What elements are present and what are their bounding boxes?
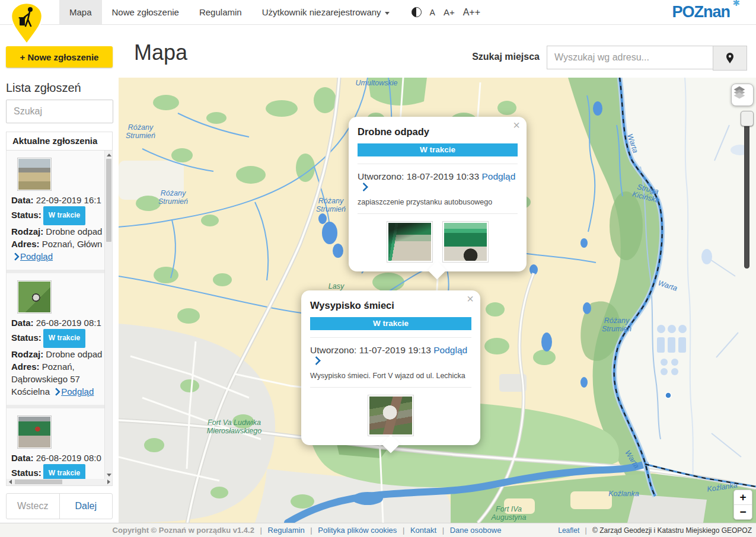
close-icon[interactable]: × (467, 293, 474, 305)
page-title: Mapa (134, 40, 187, 65)
top-navigation: Mapa Nowe zgłoszenie Regulamin Użytkowni… (0, 0, 756, 25)
font-size-large-button[interactable]: A+ (444, 7, 455, 17)
reports-list: Data: 22-09-2019 16:1 Status:W trakcie R… (6, 151, 113, 479)
popup-status-bar: W trakcie (358, 143, 518, 156)
leaflet-attribution-link[interactable]: Leaflet (558, 526, 579, 535)
close-icon[interactable]: × (513, 119, 520, 131)
footer-link-kontakt[interactable]: Kontakt (410, 526, 436, 535)
report-preview-link[interactable]: Podgląd (20, 251, 53, 261)
nav-item-user-menu[interactable]: Użytkownik niezarejestrowany (252, 0, 400, 24)
field-label-date: Data: (11, 453, 34, 463)
chevron-down-icon (385, 12, 390, 15)
chevron-right-icon (52, 388, 60, 396)
report-address: Poznań, Główn (42, 239, 102, 249)
font-size-xlarge-button[interactable]: A++ (463, 7, 480, 18)
scroll-left-arrow-icon[interactable] (7, 479, 14, 485)
report-thumbnail (17, 280, 52, 314)
pagination-back-button[interactable]: Wstecz (7, 494, 60, 519)
contrast-toggle-icon[interactable] (412, 7, 422, 17)
scroll-right-arrow-icon[interactable] (105, 479, 112, 485)
footer-link-dane-osobowe[interactable]: Dane osobowe (450, 526, 502, 535)
popup-status-bar: W trakcie (310, 317, 471, 330)
zoom-slider-track[interactable] (744, 116, 749, 268)
layers-control-button[interactable] (731, 84, 754, 106)
popup-photo[interactable] (387, 221, 433, 263)
footer-link-cookies[interactable]: Polityka plików cookies (318, 526, 397, 535)
report-list-item[interactable]: Data: 26-08-2019 08:0 Status:W trakcie R… (7, 408, 104, 479)
nav-item-nowe-zgloszenie[interactable]: Nowe zgłoszenie (102, 0, 189, 24)
poznan-logo-text: POZnan (672, 3, 730, 21)
field-label-status: Status: (11, 468, 42, 478)
separator: | (260, 526, 262, 535)
status-badge: W trakcie (43, 464, 85, 479)
scroll-up-arrow-icon[interactable] (106, 151, 112, 158)
report-preview-link[interactable]: Podgląd (61, 386, 94, 397)
separator: | (403, 526, 404, 535)
field-label-date: Data: (11, 195, 34, 205)
report-thumbnail (17, 415, 52, 449)
status-badge: W trakcie (43, 206, 85, 225)
created-label: Utworzono: (358, 171, 404, 181)
reports-panel-title: Aktualne zgłoszenia (6, 132, 113, 151)
horizontal-scrollbar[interactable] (6, 479, 113, 486)
popup-photo[interactable] (368, 395, 414, 436)
field-label-date: Data: (11, 318, 34, 328)
horizontal-scroll-thumb[interactable] (15, 480, 62, 484)
separator: | (310, 526, 312, 535)
field-label-address: Adres: (11, 362, 40, 372)
popup-photo[interactable] (442, 221, 489, 263)
zoom-slider-thumb[interactable] (741, 111, 754, 126)
zoom-out-button[interactable]: − (734, 505, 752, 519)
report-date: 26-08-2019 08:1 (36, 318, 101, 328)
pagination-next-button[interactable]: Dalej (60, 494, 113, 519)
nav-item-regulamin[interactable]: Regulamin (189, 0, 252, 24)
poznan-logo-star-icon: ✱ (732, 0, 739, 8)
popup-description: Wysypisko śmieci. Fort V wjazd od ul. Le… (310, 372, 471, 380)
map-canvas[interactable]: Umultowskie Różany Strumień Różany Strum… (119, 78, 756, 523)
report-type: Drobne odpad (46, 226, 102, 236)
poznan-logo: POZnan✱ (672, 3, 738, 21)
vertical-scrollbar[interactable] (104, 151, 112, 479)
copyright-text: Copyright © Poznań w porządku v1.4.2 (113, 526, 254, 535)
nav-item-mapa[interactable]: Mapa (59, 0, 102, 24)
reports-panel: Aktualne zgłoszenia Data: 22-09-2019 16:… (6, 132, 113, 486)
map-attribution-text: © Zarząd Geodezji i Katastru Miejskiego … (592, 526, 752, 535)
font-size-normal-button[interactable]: A (430, 8, 435, 17)
scroll-down-arrow-icon[interactable] (106, 471, 112, 478)
report-search-input[interactable] (6, 100, 113, 123)
zoom-in-button[interactable]: + (734, 490, 752, 505)
location-pin-icon (726, 52, 734, 64)
report-date: 22-09-2019 16:1 (36, 195, 101, 205)
map-popup-drobne-odpady: × Drobne odpady W trakcie Utworzono: 18-… (349, 117, 527, 271)
place-search-label: Szukaj miejsca (445, 52, 540, 62)
sidebar: Lista zgłoszeń Aktualne zgłoszenia Data:… (0, 78, 119, 523)
new-report-button[interactable]: + Nowe zgłoszenie (6, 46, 113, 68)
footer-link-regulamin[interactable]: Regulamin (268, 526, 305, 535)
field-label-status: Status: (11, 210, 42, 220)
app: Mapa Nowe zgłoszenie Regulamin Użytkowni… (0, 0, 756, 537)
sidebar-title: Lista zgłoszeń (6, 81, 81, 95)
popup-preview-link[interactable]: Podgląd (433, 345, 467, 355)
created-label: Utworzono: (310, 345, 356, 355)
vertical-scroll-thumb[interactable] (106, 159, 111, 242)
user-menu-label: Użytkownik niezarejestrowany (262, 7, 381, 17)
chevron-right-icon (359, 183, 369, 192)
address-search-input[interactable] (547, 46, 713, 69)
popup-title: Wysypisko śmieci (310, 300, 471, 311)
separator: | (442, 526, 444, 535)
chevron-right-icon (11, 252, 20, 261)
locate-button[interactable] (713, 46, 747, 71)
field-label-type: Rodzaj: (11, 349, 43, 359)
created-value: 11-07-2019 19:13 (359, 345, 431, 355)
report-list-item[interactable]: Data: 26-08-2019 08:1 Status:W trakcie R… (7, 273, 104, 405)
app-logo-pin (9, 2, 44, 48)
report-thumbnail (17, 158, 52, 191)
popup-preview-link[interactable]: Podgląd (481, 171, 515, 181)
field-label-status: Status: (11, 333, 42, 343)
footer: Copyright © Poznań w porządku v1.4.2 | R… (0, 523, 756, 537)
field-label-type: Rodzaj: (11, 226, 43, 236)
map-popup-wysypisko-smieci: × Wysypisko śmieci W trakcie Utworzono: … (301, 290, 480, 445)
chevron-right-icon (312, 356, 321, 366)
report-list-item[interactable]: Data: 22-09-2019 16:1 Status:W trakcie R… (7, 151, 104, 270)
popup-description: zapiaszczenie przystanku autobusowego (358, 198, 518, 206)
